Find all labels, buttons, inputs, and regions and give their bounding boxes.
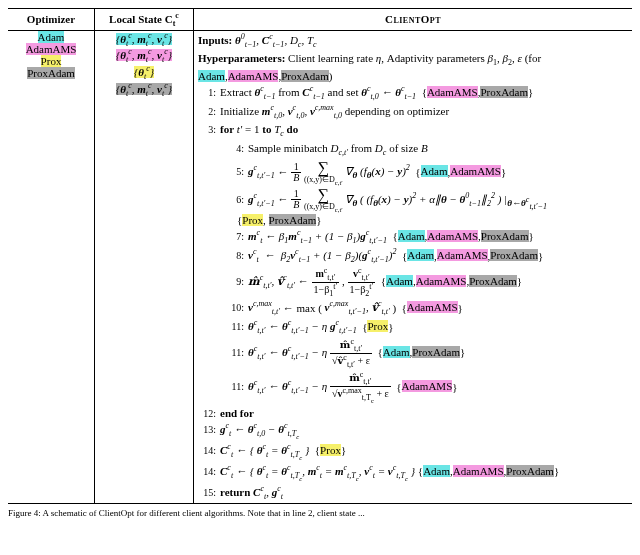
state-proxadam: {θtc, mtc, vtc}	[116, 83, 172, 95]
algorithm-body: Inputs: θ0t−1, Cct−1, Dc, Tc Hyperparame…	[194, 30, 633, 503]
state-adamams: {θtc, mtc, vtc}	[116, 49, 172, 61]
figure-caption: Figure 4: A schematic of ClientOpt for d…	[8, 508, 632, 518]
header-clientopt: ClientOpt	[194, 9, 633, 31]
line-15: 15:return Cct, gct	[198, 484, 628, 502]
line-9: 9:m̂ct,t′, v̂ct,t′ ← mct,t′1−β1t′ , vct,…	[198, 267, 628, 299]
line-3: 3:for t′ = 1 to Tc do	[198, 122, 628, 140]
opt-proxadam: ProxAdam	[27, 67, 75, 79]
line-11-adam: 11:θct,t′ ← θct,t′−1 − η m̂ct,t′√v̂ct,t′…	[198, 338, 628, 370]
line-7: 7:mct ← β1mct−1 + (1 − β1)gct,t′−1 {Adam…	[198, 228, 628, 246]
line-14-adam: 14:Cct ← { θct = θct,Tc, mct = mct,Tc, v…	[198, 463, 628, 483]
line-11-ams: 11:θct,t′ ← θct,t′−1 − η m̂ct,t′√vc,maxt…	[198, 371, 628, 405]
line-5: 5:gct,t′−1 ← 1B ∑((x,y)∈Dc,t′ ∇θ (fθ(x) …	[198, 160, 628, 186]
algorithm-table: Optimizer Local State Ctc ClientOpt Adam…	[8, 8, 632, 504]
inputs-line: Inputs: θ0t−1, Cct−1, Dc, Tc	[198, 32, 628, 50]
line-4: 4:Sample minibatch Dc,t′ from Dc of size…	[198, 141, 628, 159]
state-cell: {θtc, mtc, vtc} {θtc, mtc, vtc} {θtc} {θ…	[95, 30, 194, 503]
line-10: 10:vc,maxt,t′ ← max ( vc,maxt,t′−1, v̂ct…	[198, 300, 628, 318]
hparams-line: Hyperparameters: Client learning rate η,…	[198, 51, 628, 83]
line-12: 12:end for	[198, 406, 628, 420]
header-local-state: Local State Ctc	[95, 9, 194, 31]
line-11-prox: 11:θct,t′ ← θct,t′−1 − η gct,t′−1 {Prox}	[198, 319, 628, 337]
line-6: 6:gct,t′−1 ← 1B ∑((x,y)∈Dc,t′ ∇θ ( (fθ(x…	[198, 187, 628, 228]
opt-adam: Adam	[38, 31, 65, 43]
line-2: 2:Initialize mct,0, vct,0, vc,maxt,0 dep…	[198, 103, 628, 121]
opt-adamams: AdamAMS	[26, 43, 77, 55]
state-prox: {θtc}	[134, 66, 154, 78]
header-optimizer: Optimizer	[8, 9, 95, 31]
line-14-prox: 14:Cct ← { θct = θct,Tc } {Prox}	[198, 442, 628, 462]
line-1: 1:Extract θct−1 from Cct−1 and set θct,0…	[198, 84, 628, 102]
line-13: 13:gct ← θct,0 − θct,Tc	[198, 421, 628, 441]
line-8: 8:vct ← β2vct−1 + (1 − β2)(gct,t′−1)2 {A…	[198, 248, 628, 266]
state-adam: {θtc, mtc, vtc}	[116, 33, 172, 45]
opt-prox: Prox	[41, 55, 62, 67]
opt-cell: Adam AdamAMS Prox ProxAdam	[8, 30, 95, 503]
